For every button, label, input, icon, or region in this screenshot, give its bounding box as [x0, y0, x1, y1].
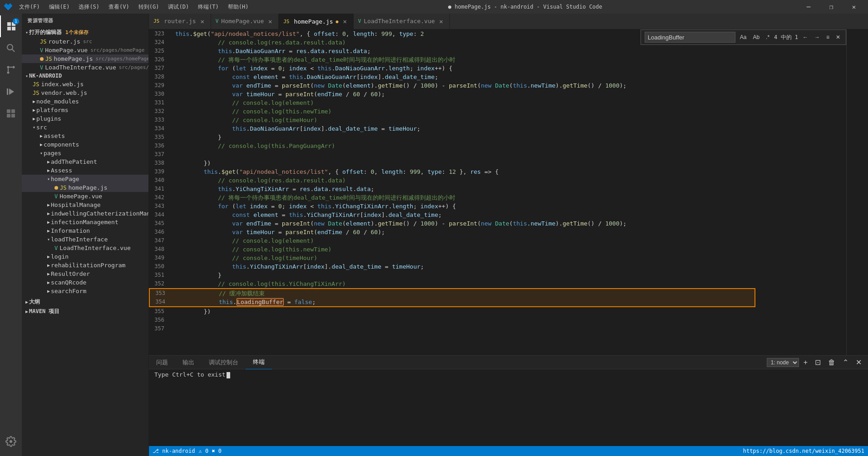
tree-homepage-folder[interactable]: ▾ homePage — [22, 175, 148, 183]
menu-item-转到(G)[interactable]: 转到(G) — [135, 2, 163, 12]
close-button[interactable]: ✕ — [843, 0, 864, 14]
folder-chevron: ▾ — [40, 151, 43, 156]
panel-tab-problems[interactable]: 问题 — [149, 356, 175, 369]
menu-item-选择(S)[interactable]: 选择(S) — [75, 2, 103, 12]
match-case-button[interactable]: Aa — [738, 33, 749, 41]
tree-assess[interactable]: ▶ Assess — [22, 166, 148, 175]
minimap[interactable] — [846, 29, 868, 355]
tree-vendor-web-js[interactable]: JS vendor.web.js — [22, 88, 148, 97]
terminal-selector[interactable]: 1: node — [767, 358, 799, 367]
tree-homepage-js[interactable]: JS homePage.js — [22, 183, 148, 192]
settings-activity-icon[interactable] — [0, 431, 22, 452]
match-whole-word-button[interactable]: Ab — [751, 33, 761, 41]
tree-indwelling[interactable]: ▶ indwellingCatheterizationManagem... — [22, 209, 148, 218]
code-line-331: 331 // console.log(element) — [149, 98, 846, 107]
tab-close-router[interactable]: ✕ — [199, 18, 206, 25]
maximize-button[interactable]: ❐ — [821, 0, 842, 14]
tree-node-modules[interactable]: ▶ node_modules — [22, 97, 148, 106]
tab-close-homepage-vue[interactable]: ✕ — [266, 18, 274, 25]
outline-header[interactable]: ▶ 大纲 — [22, 297, 148, 307]
menu-item-编辑(E)[interactable]: 编辑(E) — [45, 2, 74, 12]
tree-login[interactable]: ▶ login — [22, 252, 148, 261]
tab-close-homepage-js[interactable]: ✕ — [341, 18, 349, 25]
tree-scanqrcode[interactable]: ▶ scanQRcode — [22, 278, 148, 287]
code-line-334: 334 this.DaoNiaoGuanArr[index].deal_date… — [149, 124, 846, 133]
menu-item-文件(F)[interactable]: 文件(F) — [15, 2, 44, 12]
line-number: 345 — [149, 219, 172, 228]
open-editor-homepage-vue[interactable]: V HomePage.vue src/pages/homePage — [22, 46, 148, 54]
tree-loadtheinterface-vue[interactable]: V LoadTheInterface.vue — [22, 244, 148, 252]
js-tab-icon: JS — [283, 19, 289, 25]
tree-platforms[interactable]: ▶ platforms — [22, 106, 148, 114]
menu-item-查看(V)[interactable]: 查看(V) — [105, 2, 133, 12]
panel-tab-debug[interactable]: 调试控制台 — [202, 356, 246, 369]
panel-content[interactable]: Type Ctrl+C to exist — [149, 369, 868, 446]
next-match-button[interactable]: → — [813, 33, 822, 41]
tree-pages[interactable]: ▾ pages — [22, 149, 148, 157]
trash-terminal-button[interactable]: 🗑 — [825, 358, 838, 368]
panel-tab-output[interactable]: 输出 — [175, 356, 202, 369]
line-number: 337 — [149, 150, 172, 159]
use-regex-button[interactable]: .* — [764, 33, 771, 41]
line-number: 344 — [149, 211, 172, 219]
svg-rect-6 — [7, 88, 8, 95]
project-header[interactable]: ▾ NK-ANDROID — [22, 72, 148, 80]
tree-infection[interactable]: ▶ infectionManagement — [22, 218, 148, 226]
close-panel-button[interactable]: ✕ — [853, 357, 864, 368]
folder-chevron: ▾ — [33, 125, 35, 130]
search-activity-icon[interactable] — [0, 37, 22, 59]
tree-resultorder[interactable]: ▶ ResultOrder — [22, 270, 148, 278]
maximize-panel-button[interactable]: ⌃ — [840, 357, 851, 368]
menu-item-帮助(H)[interactable]: 帮助(H) — [224, 2, 252, 12]
tab-loadtheinterface[interactable]: V LoadTheInterface.vue ✕ — [354, 14, 450, 29]
explorer-icon[interactable]: 1 — [0, 15, 22, 37]
error-warning-count[interactable]: ⚠ 0 ✖ 0 — [198, 448, 222, 454]
toggle-replace-button[interactable]: ≡ — [824, 33, 831, 41]
folder-chevron: ▾ — [47, 177, 50, 181]
external-link[interactable]: https://blog.csdn.net/weixin_42063951 — [743, 448, 864, 454]
tree-index-web-js[interactable]: JS index.web.js — [22, 80, 148, 88]
code-editor[interactable]: 323this.$get("api/nodeal_notices/list", … — [149, 29, 846, 355]
maven-chevron: ▶ — [25, 309, 28, 314]
git-branch[interactable]: ⎇ nk-android — [153, 448, 195, 454]
open-editors-header[interactable]: ▾ 打开的编辑器 1个未保存 — [22, 28, 148, 37]
code-line-354: 354 this.LoadingBuffer = false; — [149, 298, 755, 307]
search-input[interactable] — [645, 32, 735, 43]
open-editor-homepage-js[interactable]: JS homePage.js src/pages/homePage — [22, 54, 148, 63]
panel-tab-terminal[interactable]: 终端 — [246, 356, 272, 369]
extensions-activity-icon[interactable] — [0, 103, 22, 124]
tree-homepage-vue[interactable]: V HomePage.vue — [22, 192, 148, 201]
open-editor-loadtheinterface[interactable]: V LoadTheInterface.vue src/pages/loa... — [22, 63, 148, 72]
open-editor-router[interactable]: JS router.js src — [22, 37, 148, 46]
tree-loadtheinterface-folder[interactable]: ▾ loadTheInterface — [22, 235, 148, 244]
tree-addthepatient[interactable]: ▶ addThePatient — [22, 157, 148, 166]
tree-assets[interactable]: ▶ assets — [22, 132, 148, 140]
tree-searchform[interactable]: ▶ searchForm — [22, 287, 148, 295]
tab-close-loadtheinterface[interactable]: ✕ — [438, 18, 445, 25]
git-activity-icon[interactable] — [0, 59, 22, 81]
debug-activity-icon[interactable] — [0, 81, 22, 103]
tree-plugins[interactable]: ▶ plugins — [22, 114, 148, 123]
tree-src[interactable]: ▾ src — [22, 123, 148, 132]
tree-rehabilitation[interactable]: ▶ rehabilitationProgram — [22, 261, 148, 270]
window-controls[interactable]: ─ ❐ ✕ — [798, 0, 864, 14]
vue-icon: V — [40, 47, 43, 54]
tree-components[interactable]: ▶ components — [22, 140, 148, 149]
menu-item-调试(D)[interactable]: 调试(D) — [164, 2, 192, 12]
maven-header[interactable]: ▶ MAVEN 项目 — [22, 307, 148, 316]
tab-router-js[interactable]: JS router.js ✕ — [149, 14, 211, 29]
tree-information[interactable]: ▶ Information — [22, 226, 148, 235]
tree-hospitalmanage[interactable]: ▶ HospitalManage — [22, 201, 148, 209]
code-line-350: 350 this.YiChangTiXinArr[index].deal_dat… — [149, 262, 846, 271]
tab-homepage-js[interactable]: JS homePage.js ● ✕ — [279, 14, 353, 29]
add-terminal-button[interactable]: + — [801, 358, 810, 368]
close-search-button[interactable]: ✕ — [834, 33, 842, 41]
menu-item-终端(T)[interactable]: 终端(T) — [194, 2, 222, 12]
tab-homepage-vue[interactable]: V HomePage.vue ✕ — [211, 14, 279, 29]
prev-match-button[interactable]: ← — [801, 33, 810, 41]
code-line-329: 329 var endTime = parseInt(new Date(elem… — [149, 81, 846, 90]
minimize-button[interactable]: ─ — [798, 0, 819, 14]
split-terminal-button[interactable]: ⊡ — [812, 357, 824, 368]
line-content: // console.log(this.PangGuangArr) — [172, 142, 846, 150]
menu-bar[interactable]: 文件(F)编辑(E)选择(S)查看(V)转到(G)调试(D)终端(T)帮助(H) — [15, 2, 252, 12]
